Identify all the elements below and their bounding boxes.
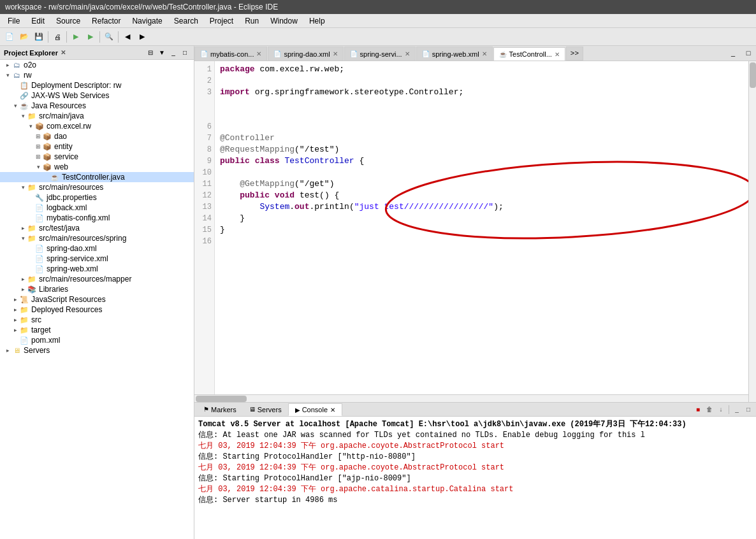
tree-item-jdbc-props[interactable]: 🔧 jdbc.properties [0, 192, 194, 203]
console-tab-label: Console [302, 406, 328, 413]
menu-navigate[interactable]: Navigate [127, 15, 167, 27]
console-stop-btn[interactable]: ■ [693, 405, 703, 415]
tree-arrow-spring: ▾ [19, 235, 27, 241]
tree-item-dao[interactable]: ⊞ 📦 dao [0, 131, 194, 141]
libs-icon: 📚 [27, 285, 37, 294]
bottom-maximize-btn[interactable]: □ [743, 405, 753, 415]
tree-item-src-main-resources[interactable]: ▾ 📁 src/main/resources [0, 182, 194, 192]
tree-item-com-excel-rw[interactable]: ▾ 📦 com.excel.rw [0, 121, 194, 131]
hscrollbar-thumb[interactable] [196, 396, 247, 402]
tree-item-mybatis-config[interactable]: 📄 mybatis-config.xml [0, 213, 194, 223]
toolbar-open[interactable]: 📂 [17, 30, 31, 44]
tab-spring-dao[interactable]: 📄 spring-dao.xml ✕ [268, 47, 343, 61]
markers-tab-label: Markers [211, 406, 236, 413]
tab-close-spring-dao[interactable]: ✕ [333, 50, 338, 57]
menu-search[interactable]: Search [169, 15, 203, 27]
editor-minimize-btn[interactable]: _ [726, 46, 740, 60]
tree-item-deployed-res[interactable]: ▸ 📁 Deployed Resources [0, 305, 194, 315]
xml-icon-spring-web: 📄 [34, 264, 45, 273]
toolbar-back[interactable]: ◀ [120, 30, 134, 44]
tree-label-spring: src/main/resources/spring [39, 234, 126, 243]
console-line-header: Tomcat v8.5 Server at localhost [Apache … [198, 419, 752, 430]
explorer-menu-btn[interactable]: ▼ [157, 48, 167, 58]
console-clear-btn[interactable]: 🗑 [704, 405, 715, 415]
tree-item-web[interactable]: ▾ 📦 web [0, 162, 194, 172]
tab-close-mybatis-con[interactable]: ✕ [256, 50, 261, 57]
tree-item-spring-web[interactable]: 📄 spring-web.xml [0, 264, 194, 274]
tab-bar: 📄 mybatis-con... ✕ 📄 spring-dao.xml ✕ 📄 … [194, 46, 756, 61]
editor-maximize-btn[interactable]: □ [741, 46, 755, 60]
tree-item-spring-folder[interactable]: ▾ 📁 src/main/resources/spring [0, 233, 194, 243]
scrollbar-thumb[interactable] [750, 62, 756, 88]
editor-hscrollbar[interactable] [194, 394, 748, 402]
tree-item-mapper[interactable]: ▸ 📁 src/main/resources/mapper [0, 274, 194, 284]
tab-markers[interactable]: ⚑ Markers [197, 403, 243, 416]
menu-project[interactable]: Project [205, 15, 238, 27]
toolbar-new[interactable]: 📄 [3, 30, 17, 44]
package-icon-com-excel: 📦 [34, 122, 45, 131]
tree-label-jdbc: jdbc.properties [47, 193, 97, 202]
tree-item-target[interactable]: ▸ 📁 target [0, 325, 194, 335]
tree-item-spring-dao[interactable]: 📄 spring-dao.xml [0, 243, 194, 254]
java-res-icon: ☕ [19, 101, 29, 110]
tab-close-spring-servi[interactable]: ✕ [405, 50, 410, 57]
explorer-maximize-btn[interactable]: □ [180, 48, 190, 58]
bottom-toolbar-sep [729, 405, 729, 414]
menu-refactor[interactable]: Refactor [87, 15, 126, 27]
tree-item-spring-service[interactable]: 📄 spring-service.xml [0, 254, 194, 264]
tree-item-deploy-desc[interactable]: 📋 Deployment Descriptor: rw [0, 80, 194, 90]
toolbar-debug[interactable]: ▶ [69, 30, 83, 44]
tab-mybatis-con[interactable]: 📄 mybatis-con... ✕ [194, 47, 267, 61]
toolbar-save[interactable]: 💾 [32, 30, 46, 44]
tab-testcontroller[interactable]: ☕ TestControll... ✕ [493, 47, 565, 61]
tree-item-src-main-java[interactable]: ▾ 📁 src/main/java [0, 111, 194, 121]
tree-item-o2o[interactable]: ▸ 🗂 o2o [0, 60, 194, 70]
toolbar-print[interactable]: 🖨 [50, 30, 64, 44]
tree-item-jax-ws[interactable]: 🔗 JAX-WS Web Services [0, 90, 194, 101]
tab-close-spring-web[interactable]: ✕ [482, 50, 487, 57]
tab-overflow-btn[interactable]: >> [566, 47, 583, 61]
menu-help[interactable]: Help [304, 15, 330, 27]
tab-spring-servi[interactable]: 📄 spring-servi... ✕ [344, 47, 416, 61]
xml-icon-logback: 📄 [34, 203, 45, 212]
console-close-icon[interactable]: ✕ [330, 406, 335, 413]
toolbar-search[interactable]: 🔍 [102, 30, 116, 44]
console-scroll-btn[interactable]: ↓ [716, 405, 726, 415]
explorer-minimize-btn[interactable]: _ [168, 48, 178, 58]
tree-label-web: web [54, 162, 68, 171]
menu-edit[interactable]: Edit [26, 15, 50, 27]
tree-item-js-res[interactable]: ▸ 📜 JavaScript Resources [0, 294, 194, 305]
tree-item-entity[interactable]: ⊞ 📦 entity [0, 141, 194, 152]
code-line-13: System.out.println("just test///////////… [220, 201, 751, 213]
tree-item-src[interactable]: ▸ 📁 src [0, 315, 194, 325]
editor-scrollbar[interactable] [748, 61, 756, 402]
tab-close-testcontroller[interactable]: ✕ [555, 51, 560, 58]
toolbar-run[interactable]: ▶ [84, 30, 98, 44]
tab-console[interactable]: ▶ Console ✕ [288, 403, 342, 416]
src-res-icon: 📁 [27, 183, 37, 192]
tree-item-rw[interactable]: ▾ 🗂 rw [0, 70, 194, 80]
explorer-collapse-btn[interactable]: ⊟ [145, 48, 156, 58]
tree-arrow-entity: ⊞ [34, 143, 42, 150]
tab-spring-web[interactable]: 📄 spring-web.xml ✕ [416, 47, 493, 61]
code-line-2 [220, 75, 751, 87]
tree-item-src-test[interactable]: ▸ 📁 src/test/java [0, 223, 194, 233]
tree-item-service[interactable]: ⊞ 📦 service [0, 152, 194, 162]
tree-item-pom[interactable]: 📄 pom.xml [0, 335, 194, 345]
tree-item-libraries[interactable]: ▸ 📚 Libraries [0, 284, 194, 294]
menu-window[interactable]: Window [265, 15, 303, 27]
tab-servers[interactable]: 🖥 Servers [243, 403, 288, 416]
menu-run[interactable]: Run [240, 15, 264, 27]
bottom-minimize-btn[interactable]: _ [732, 405, 742, 415]
tree-item-testcontroller[interactable]: ☕ TestController.java [0, 172, 194, 182]
tree-item-servers[interactable]: ▸ 🖥 Servers [0, 345, 194, 356]
menu-file[interactable]: File [3, 15, 25, 27]
tree-item-logback[interactable]: 📄 logback.xml [0, 203, 194, 213]
toolbar-forward[interactable]: ▶ [135, 30, 149, 44]
explorer-close-icon[interactable]: ✕ [61, 49, 66, 56]
tree-label-libs: Libraries [39, 285, 68, 294]
code-line-14: } [220, 213, 751, 224]
menu-source[interactable]: Source [51, 15, 85, 27]
code-line-8: @RequestMapping("/test") [220, 144, 751, 155]
tree-item-java-res[interactable]: ▾ ☕ Java Resources [0, 101, 194, 111]
